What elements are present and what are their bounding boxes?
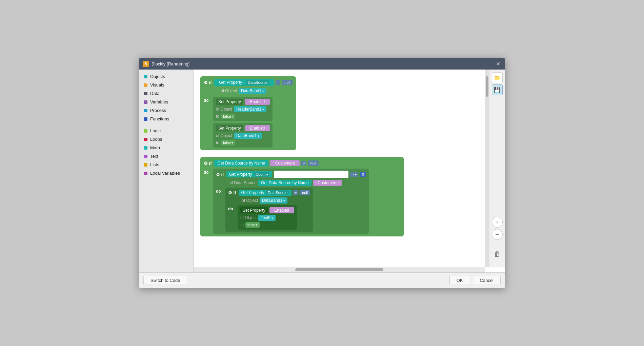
null-pill-2: null [308,160,318,166]
save-button[interactable]: 💾 [492,84,503,95]
canvas-area[interactable]: 📁 💾 + − 🗑 [194,70,505,272]
customers-2: " Customers " [313,180,342,186]
close-button[interactable]: ✕ [495,60,501,67]
databand1-a[interactable]: DataBand1 ▾ [239,88,266,94]
if-label-2: ⚙ if [204,161,212,166]
enabled-label-1: " Enabled " [245,99,270,105]
sidebar-item-lists[interactable]: Lists [139,160,193,169]
datasource-label-2: DataSource [266,190,289,195]
get-property-block-1[interactable]: " Get Property " DataSource " [214,79,274,86]
sidebar-divider [139,123,193,127]
set-property-label-1[interactable]: Set Property [216,99,243,105]
math-dot [144,146,147,150]
variables-dot [144,100,147,104]
sidebar-item-local-variables[interactable]: Local Variables [139,169,193,177]
zoom-controls: + − [492,217,503,240]
block-group-2: ⚙ if Get Data Source by Name " Customers… [200,157,498,236]
text-dot [144,155,147,158]
do-label-3: do [216,188,223,194]
main-window: B Blockly [Rendering] ✕ Objects Visuals … [139,58,505,288]
canvas-inner: ⚙ if " Get Property " DataSource " = nul… [194,70,505,266]
sidebar-item-text[interactable]: Text [139,152,193,160]
null-pill-3: null [300,190,310,195]
inner-if-block-1: ⚙ if Get Property Count ▾ > ▾ 0 [213,169,369,234]
titlebar-left: B Blockly [Rendering] [143,61,189,67]
switch-to-code-button[interactable]: Switch to Code [143,276,187,285]
do-label-4: do [228,205,235,211]
horizontal-scrollbar[interactable] [194,267,485,272]
to-row-1: to false ▾ [216,114,270,119]
zero-pill: 0 [360,172,366,177]
trash-button[interactable]: 🗑 [492,248,503,260]
sidebar: Objects Visuals Data Variables Process F… [139,70,194,272]
sidebar-item-loops[interactable]: Loops [139,135,193,143]
if-row-2: ⚙ if Get Data Source by Name " Customers… [204,160,400,167]
data-dot [144,92,147,95]
sidebar-item-data[interactable]: Data [139,89,193,98]
set-property-block-3: Set Property " Enabled " [238,205,297,230]
zoom-out-button[interactable]: − [492,229,503,240]
sidebar-item-process[interactable]: Process [139,106,193,115]
get-property-count[interactable]: Get Property Count ▾ [226,171,273,177]
scrollbar-thumb-v [486,76,488,97]
footer-right: OK Cancel [449,276,501,285]
headerband1-block[interactable]: HeaderBand1 ▾ [234,106,266,112]
sidebar-item-visuals[interactable]: Visuals [139,81,193,89]
set-property-block-1: Set Property " Enabled " of Object [213,97,273,121]
set-property-block-2: Set Property " Enabled " of Object [213,123,273,148]
if-label-4: ⚙ if [228,190,236,195]
vertical-scrollbar[interactable] [485,70,489,267]
get-property-ds[interactable]: Get Property DataSource [239,190,291,196]
input-area[interactable] [274,171,348,178]
databand1-b-block[interactable]: DataBand1 ▾ [234,133,262,139]
databand1-c[interactable]: DataBand1 ▾ [260,197,287,204]
footer: Switch to Code OK Cancel [139,272,505,288]
get-datasource-block[interactable]: Get Data Source by Name [214,160,269,167]
sidebar-item-objects[interactable]: Objects [139,72,193,81]
if-label-3: ⚙ if [216,172,224,177]
open-button[interactable]: 📁 [492,72,503,83]
of-object-label-1: of Object [221,89,237,93]
scrollbar-thumb-h [295,268,383,271]
inner-if-row-1: ⚙ if Get Property Count ▾ > ▾ 0 [216,171,366,178]
set-property-label-3[interactable]: Set Property [240,207,268,213]
sidebar-item-functions[interactable]: Functions [139,115,193,123]
to-row-3: to false ▾ [240,222,294,228]
enabled-label-3: " Enabled " [269,207,294,213]
zoom-in-button[interactable]: + [492,217,503,228]
local-variables-dot [144,172,147,175]
loops-dot [144,138,147,141]
do-section-2: do ⚙ if Get Property Count ▾ [204,169,400,234]
false-pill-1[interactable]: false ▾ [221,114,235,119]
set-prop-row-2: Set Property " Enabled " [216,125,270,131]
app-icon: B [143,61,149,67]
do-section-3: do ⚙ if Get Property DataSource [216,188,366,232]
if-block-1: ⚙ if " Get Property " DataSource " = nul… [200,76,296,150]
sidebar-item-logic[interactable]: Logic [139,127,193,135]
canvas-scroll[interactable]: ⚙ if " Get Property " DataSource " = nul… [194,70,505,267]
cancel-button[interactable]: Cancel [473,276,501,285]
of-object-row-4: of Object DataBand1 ▾ [228,197,310,204]
set-property-label-2[interactable]: Set Property [216,125,243,131]
text5-block[interactable]: Text5 ▾ [258,215,276,221]
sidebar-item-variables[interactable]: Variables [139,98,193,106]
process-dot [144,109,147,112]
false-pill-2[interactable]: false ▾ [221,140,235,146]
sidebar-item-math[interactable]: Math [139,143,193,152]
ok-button[interactable]: OK [449,276,470,285]
ne-op-2: ≠ [293,190,298,195]
visuals-dot [144,83,147,87]
do-label-2: do [204,169,210,175]
main-content: Objects Visuals Data Variables Process F… [139,70,505,272]
do-section-1: do Set Property [204,96,293,148]
get-ds-2[interactable]: Get Data Source by Name [258,180,311,186]
objects-dot [144,75,147,78]
datasource-label-1: DataSource [246,80,269,85]
do-content-1: Set Property " Enabled " of Object [213,97,273,148]
if-block-2: ⚙ if Get Data Source by Name " Customers… [200,157,404,236]
of-object-row-5: of Object Text5 ▾ [240,215,294,221]
eq-op-1: = [276,80,280,85]
false-pill-3[interactable]: false ▾ [245,222,260,228]
count-label: Count ▾ [254,172,269,177]
block-group-1: ⚙ if " Get Property " DataSource " = nul… [200,76,498,150]
